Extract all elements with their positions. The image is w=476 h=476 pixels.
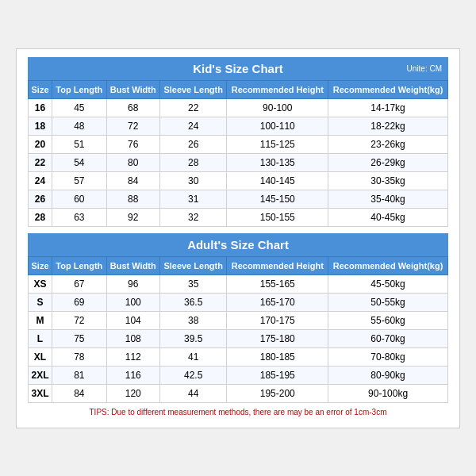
table-row: 22548028130-13526-29kg: [29, 153, 448, 171]
table-cell: 18: [29, 117, 52, 135]
table-cell: 67: [52, 274, 106, 293]
table-cell: 140-145: [227, 171, 328, 190]
table-cell: 2XL: [29, 366, 52, 384]
table-cell: 80: [106, 153, 159, 171]
table-cell: 72: [52, 311, 106, 329]
table-cell: 45: [52, 98, 106, 117]
table-cell: 165-170: [227, 293, 328, 311]
table-cell: 60-70kg: [328, 329, 448, 347]
kids-col-rec-weight: Recommended Weight(kg): [328, 80, 448, 98]
table-cell: 30: [159, 171, 227, 190]
table-row: 24578430140-14530-35kg: [29, 171, 448, 190]
table-cell: 16: [29, 98, 52, 117]
table-cell: 84: [52, 384, 106, 402]
table-cell: 75: [52, 329, 106, 347]
kids-col-sleeve-length: Sleeve Length: [159, 80, 227, 98]
table-cell: 170-175: [227, 311, 328, 329]
table-row: 26608831145-15035-40kg: [29, 190, 448, 208]
adults-section-title: Adult's Size Chart: [28, 233, 448, 256]
table-cell: 20: [29, 135, 52, 153]
adults-tbody: XS679635155-16545-50kgS6910036.5165-1705…: [29, 274, 448, 402]
table-row: L7510839.5175-18060-70kg: [29, 329, 448, 347]
kids-col-size: Size: [29, 80, 52, 98]
table-cell: 120: [106, 384, 159, 402]
table-cell: 100: [106, 293, 159, 311]
table-cell: 175-180: [227, 329, 328, 347]
table-row: 18487224100-11018-22kg: [29, 117, 448, 135]
table-cell: 150-155: [227, 208, 328, 226]
table-cell: 48: [52, 117, 106, 135]
table-cell: 44: [159, 384, 227, 402]
table-row: 28639232150-15540-45kg: [29, 208, 448, 226]
table-cell: 96: [106, 274, 159, 293]
table-cell: 51: [52, 135, 106, 153]
table-cell: 104: [106, 311, 159, 329]
table-cell: 28: [159, 153, 227, 171]
table-cell: 54: [52, 153, 106, 171]
table-cell: 24: [159, 117, 227, 135]
table-cell: 55-60kg: [328, 311, 448, 329]
table-cell: 180-185: [227, 347, 328, 366]
table-row: XS679635155-16545-50kg: [29, 274, 448, 293]
adults-title-text: Adult's Size Chart: [187, 238, 289, 251]
adults-col-bust-width: Bust Width: [106, 256, 159, 274]
table-cell: 41: [159, 347, 227, 366]
adults-col-size: Size: [29, 256, 52, 274]
table-cell: 84: [106, 171, 159, 190]
table-row: XL7811241180-18570-80kg: [29, 347, 448, 366]
adults-col-sleeve-length: Sleeve Length: [159, 256, 227, 274]
adults-table: Size Top Length Bust Width Sleeve Length…: [28, 256, 448, 403]
table-cell: M: [29, 311, 52, 329]
table-cell: 68: [106, 98, 159, 117]
table-cell: 60: [52, 190, 106, 208]
table-cell: 23-26kg: [328, 135, 448, 153]
table-row: 2XL8111642.5185-19580-90kg: [29, 366, 448, 384]
table-row: 20517626115-12523-26kg: [29, 135, 448, 153]
table-cell: 22: [159, 98, 227, 117]
tips-text: TIPS: Due to different measurement metho…: [28, 408, 448, 416]
table-cell: 72: [106, 117, 159, 135]
table-cell: 32: [159, 208, 227, 226]
table-cell: 69: [52, 293, 106, 311]
kids-header-row: Size Top Length Bust Width Sleeve Length…: [29, 80, 448, 98]
table-cell: 45-50kg: [328, 274, 448, 293]
table-cell: 116: [106, 366, 159, 384]
table-cell: 35-40kg: [328, 190, 448, 208]
table-cell: 112: [106, 347, 159, 366]
adults-section: Adult's Size Chart Size Top Length Bust …: [28, 233, 448, 403]
table-cell: 50-55kg: [328, 293, 448, 311]
table-cell: S: [29, 293, 52, 311]
table-cell: 90-100: [227, 98, 328, 117]
table-cell: 3XL: [29, 384, 52, 402]
kids-tbody: 1645682290-10014-17kg18487224100-11018-2…: [29, 98, 448, 226]
table-cell: 130-135: [227, 153, 328, 171]
table-cell: XL: [29, 347, 52, 366]
table-row: M7210438170-17555-60kg: [29, 311, 448, 329]
table-cell: 185-195: [227, 366, 328, 384]
table-cell: 57: [52, 171, 106, 190]
table-cell: 76: [106, 135, 159, 153]
table-cell: 78: [52, 347, 106, 366]
table-cell: 108: [106, 329, 159, 347]
table-cell: 22: [29, 153, 52, 171]
table-cell: 90-100kg: [328, 384, 448, 402]
table-cell: 145-150: [227, 190, 328, 208]
table-cell: 14-17kg: [328, 98, 448, 117]
table-cell: 100-110: [227, 117, 328, 135]
adults-col-top-length: Top Length: [52, 256, 106, 274]
kids-title-text: Kid's Size Chart: [193, 62, 283, 75]
table-row: 1645682290-10014-17kg: [29, 98, 448, 117]
chart-container: Kid's Size Chart Unite: CM Size Top Leng…: [16, 48, 460, 428]
table-cell: 28: [29, 208, 52, 226]
table-cell: 26: [29, 190, 52, 208]
table-cell: 26: [159, 135, 227, 153]
adults-col-rec-weight: Recommended Weight(kg): [328, 256, 448, 274]
table-cell: 30-35kg: [328, 171, 448, 190]
table-row: 3XL8412044195-20090-100kg: [29, 384, 448, 402]
table-cell: 70-80kg: [328, 347, 448, 366]
kids-table: Size Top Length Bust Width Sleeve Length…: [28, 80, 448, 227]
kids-col-top-length: Top Length: [52, 80, 106, 98]
kids-col-bust-width: Bust Width: [106, 80, 159, 98]
table-cell: L: [29, 329, 52, 347]
table-cell: 38: [159, 311, 227, 329]
